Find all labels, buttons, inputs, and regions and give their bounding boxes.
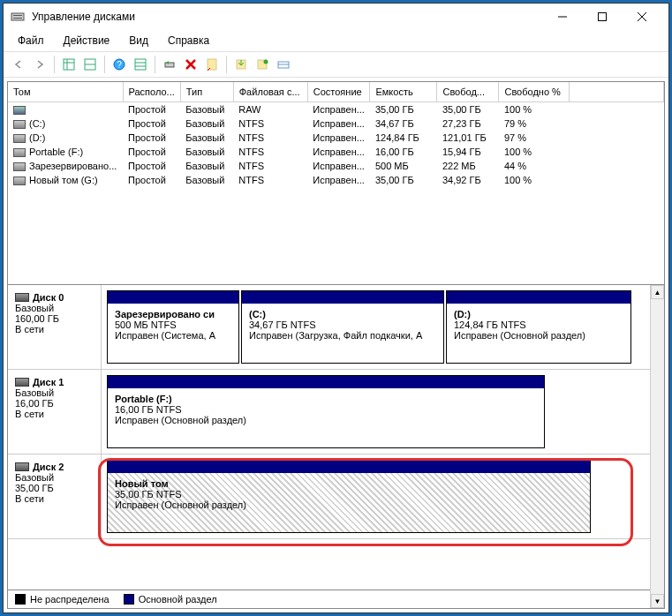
help-icon[interactable]: ? [109, 55, 129, 74]
table-row[interactable]: Portable (F:)ПростойБазовыйNTFSИсправен.… [8, 145, 664, 159]
action3-icon[interactable] [274, 55, 293, 74]
svg-rect-17 [165, 63, 174, 67]
table-row[interactable]: ПростойБазовыйRAWИсправен...35,00 ГБ35,0… [8, 101, 664, 116]
maximize-button[interactable] [582, 4, 622, 29]
partition-name: Portable (F:) [115, 394, 537, 404]
cell: 222 МБ [437, 159, 499, 173]
refresh-icon[interactable] [160, 55, 179, 74]
cell: Исправен... [307, 145, 370, 159]
view-detail-icon[interactable] [80, 55, 100, 74]
partition-header [447, 291, 630, 304]
menu-action[interactable]: Действие [55, 32, 119, 49]
disk-info[interactable]: Диск 1 Базовый 16,00 ГБ В сети [8, 370, 102, 454]
action2-icon[interactable] [253, 55, 272, 74]
partition[interactable]: Зарезервировано си 500 МБ NTFS Исправен … [107, 290, 239, 364]
svg-rect-4 [598, 13, 606, 21]
cell: Исправен... [307, 159, 370, 173]
col-header[interactable]: Свободно % [499, 82, 570, 101]
menu-file[interactable]: Файл [9, 32, 53, 49]
cell: Базовый [180, 101, 233, 116]
disk-graphic-pane[interactable]: Диск 0 Базовый 160,00 ГБ В сетиЗарезерви… [8, 285, 650, 590]
col-header[interactable]: Свобод... [437, 82, 499, 101]
table-row[interactable]: (D:)ПростойБазовыйNTFSИсправен...124,84 … [8, 131, 664, 145]
col-header[interactable]: Тип [180, 82, 233, 101]
volume-name: Portable (F:) [29, 146, 83, 157]
delete-icon[interactable] [181, 55, 200, 74]
partition[interactable]: (D:) 124,84 ГБ NTFS Исправен (Основной р… [446, 290, 631, 364]
partition-size: 35,00 ГБ NTFS [115, 489, 583, 500]
cell: 100 % [499, 173, 570, 187]
volume-name: (D:) [29, 132, 45, 143]
partition-size: 16,00 ГБ NTFS [115, 404, 537, 415]
vertical-scrollbar[interactable]: ▲ ▼ [650, 285, 664, 608]
menubar: Файл Действие Вид Справка [4, 30, 668, 51]
disk-name: Диск 0 [33, 292, 64, 303]
volume-list[interactable]: ТомРасполо...ТипФайловая с...СостояниеЕм… [8, 82, 664, 285]
svg-rect-0 [11, 13, 24, 20]
partition-body: (D:) 124,84 ГБ NTFS Исправен (Основной р… [447, 304, 630, 363]
partition[interactable]: Portable (F:) 16,00 ГБ NTFS Исправен (Ос… [107, 375, 545, 448]
disk-partitions: Новый том 35,00 ГБ NTFS Исправен (Основн… [102, 454, 650, 538]
disk-icon [15, 293, 29, 302]
menu-help[interactable]: Справка [159, 32, 218, 49]
volume-icon [13, 134, 26, 143]
cell: 35,00 ГБ [370, 101, 437, 116]
col-header[interactable]: Располо... [123, 82, 180, 101]
cell: Простой [123, 131, 180, 145]
disk-status: В сети [15, 493, 94, 504]
cell: RAW [233, 101, 307, 116]
cell: 35,00 ГБ [370, 173, 437, 187]
view-list-icon[interactable] [59, 55, 79, 74]
minimize-button[interactable] [542, 4, 582, 29]
disk-name: Диск 2 [33, 462, 64, 472]
disk-info[interactable]: Диск 2 Базовый 35,00 ГБ В сети [8, 454, 102, 538]
close-button[interactable] [622, 4, 661, 29]
cell: 124,84 ГБ [370, 131, 437, 145]
cell: Исправен... [307, 131, 370, 145]
app-icon [11, 10, 25, 24]
content: ТомРасполо...ТипФайловая с...СостояниеЕм… [7, 81, 665, 609]
disk-info[interactable]: Диск 0 Базовый 160,00 ГБ В сети [8, 285, 102, 369]
cell: 79 % [499, 116, 570, 131]
grid-icon[interactable] [131, 55, 150, 74]
partition-status: Исправен (Основной раздел) [454, 330, 623, 341]
col-header[interactable]: Состояние [307, 82, 370, 101]
cell: 44 % [499, 159, 570, 173]
back-button[interactable] [9, 55, 28, 74]
legend-primary-icon [124, 594, 134, 605]
partition-body: Portable (F:) 16,00 ГБ NTFS Исправен (Ос… [108, 388, 544, 447]
table-row[interactable]: Новый том (G:)ПростойБазовыйNTFSИсправен… [8, 173, 664, 187]
scroll-up-button[interactable]: ▲ [651, 285, 664, 299]
properties-icon[interactable] [202, 55, 222, 74]
cell: Исправен... [307, 116, 370, 131]
disk-icon [15, 462, 29, 471]
cell: Исправен... [307, 101, 370, 116]
volume-icon [13, 148, 26, 157]
forward-button[interactable] [30, 55, 49, 74]
menu-view[interactable]: Вид [120, 32, 157, 49]
cell: 121,01 ГБ [437, 131, 499, 145]
disk-type: Базовый [15, 303, 94, 313]
cell: 16,00 ГБ [370, 145, 437, 159]
cell: Простой [123, 159, 180, 173]
cell: Простой [123, 145, 180, 159]
cell: Исправен... [307, 173, 370, 187]
legend-primary-label: Основной раздел [139, 594, 217, 605]
svg-rect-14 [135, 59, 146, 70]
disk-status: В сети [15, 409, 94, 419]
partition[interactable]: Новый том 35,00 ГБ NTFS Исправен (Основн… [107, 460, 591, 533]
disk-name: Диск 1 [33, 377, 64, 387]
col-header[interactable]: Том [8, 82, 123, 101]
partition[interactable]: (C:) 34,67 ГБ NTFS Исправен (Загрузка, Ф… [241, 290, 444, 364]
scroll-down-button[interactable]: ▼ [651, 594, 664, 608]
partition-header [108, 461, 590, 473]
cell: NTFS [233, 145, 307, 159]
action1-icon[interactable] [231, 55, 251, 74]
cell: 34,67 ГБ [370, 116, 437, 131]
table-row[interactable]: (C:)ПростойБазовыйNTFSИсправен...34,67 Г… [8, 116, 664, 131]
col-header[interactable]: Файловая с... [233, 82, 307, 101]
table-row[interactable]: Зарезервировано...ПростойБазовыйNTFSИспр… [8, 159, 664, 173]
cell: Простой [123, 173, 180, 187]
titlebar: Управление дисками [4, 4, 668, 30]
col-header[interactable]: Емкость [370, 82, 437, 101]
